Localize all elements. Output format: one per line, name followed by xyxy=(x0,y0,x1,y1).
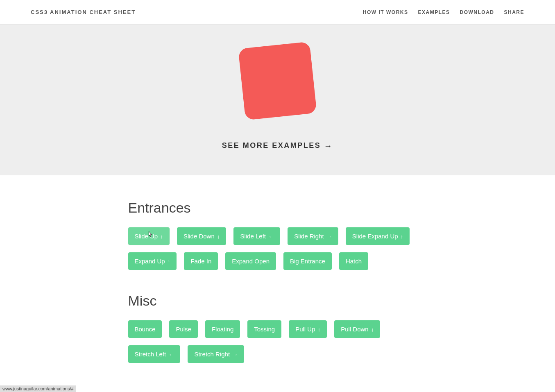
nav-download[interactable]: DOWNLOAD xyxy=(460,9,494,15)
expand-open-button[interactable]: Expand Open xyxy=(225,252,276,270)
main-nav: HOW IT WORKS EXAMPLES DOWNLOAD SHARE xyxy=(363,9,524,15)
arrow-up-icon: ↑ xyxy=(318,326,321,333)
hatch-button[interactable]: Hatch xyxy=(339,252,368,270)
arrow-right-icon: → xyxy=(232,351,238,358)
stretch-left-button[interactable]: Stretch Left ← xyxy=(128,345,181,363)
arrow-up-icon: ↑ xyxy=(401,233,403,240)
arrow-right-icon: → xyxy=(324,141,333,150)
misc-heading: Misc xyxy=(128,293,427,309)
slide-left-button[interactable]: Slide Left ← xyxy=(233,227,280,245)
arrow-down-icon: ↓ xyxy=(371,326,374,333)
arrow-up-icon: ↑ xyxy=(160,233,163,240)
arrow-up-icon: ↑ xyxy=(168,258,170,265)
stretch-right-button[interactable]: Stretch Right → xyxy=(188,345,244,363)
expand-up-button[interactable]: Expand Up ↑ xyxy=(128,252,177,270)
see-more-examples-link[interactable]: SEE MORE EXAMPLES → xyxy=(222,141,333,151)
arrow-down-icon: ↓ xyxy=(217,233,220,240)
floating-button[interactable]: Floating xyxy=(205,320,240,338)
content: Entrances Slide Up ↑ Slide Down ↓ Slide … xyxy=(120,175,435,392)
nav-how-it-works[interactable]: HOW IT WORKS xyxy=(363,9,408,15)
slide-right-button[interactable]: Slide Right → xyxy=(288,227,338,245)
animation-demo-box xyxy=(238,41,317,120)
slide-expand-up-button[interactable]: Slide Expand Up ↑ xyxy=(346,227,410,245)
page-title: CSS3 ANIMATION CHEAT SHEET xyxy=(31,9,136,15)
hero-section: SEE MORE EXAMPLES → xyxy=(0,25,555,175)
nav-share[interactable]: SHARE xyxy=(504,9,524,15)
entrances-buttons: Slide Up ↑ Slide Down ↓ Slide Left ← Sli… xyxy=(128,227,427,270)
status-bar: www.justinaguilar.com/animations/# xyxy=(0,385,76,392)
arrow-right-icon: → xyxy=(326,233,332,240)
see-more-label: SEE MORE EXAMPLES xyxy=(222,141,321,150)
bounce-button[interactable]: Bounce xyxy=(128,320,162,338)
pull-down-button[interactable]: Pull Down ↓ xyxy=(334,320,380,338)
misc-buttons: Bounce Pulse Floating Tossing Pull Up ↑ … xyxy=(128,320,427,363)
pull-up-button[interactable]: Pull Up ↑ xyxy=(289,320,327,338)
arrow-left-icon: ← xyxy=(268,233,274,240)
pulse-button[interactable]: Pulse xyxy=(169,320,198,338)
header: CSS3 ANIMATION CHEAT SHEET HOW IT WORKS … xyxy=(0,0,555,25)
slide-down-button[interactable]: Slide Down ↓ xyxy=(177,227,227,245)
slide-up-button[interactable]: Slide Up ↑ xyxy=(128,227,170,245)
fade-in-button[interactable]: Fade In xyxy=(184,252,218,270)
entrances-heading: Entrances xyxy=(128,200,427,216)
tossing-button[interactable]: Tossing xyxy=(247,320,281,338)
big-entrance-button[interactable]: Big Entrance xyxy=(283,252,332,270)
nav-examples[interactable]: EXAMPLES xyxy=(418,9,450,15)
arrow-left-icon: ← xyxy=(168,351,174,358)
